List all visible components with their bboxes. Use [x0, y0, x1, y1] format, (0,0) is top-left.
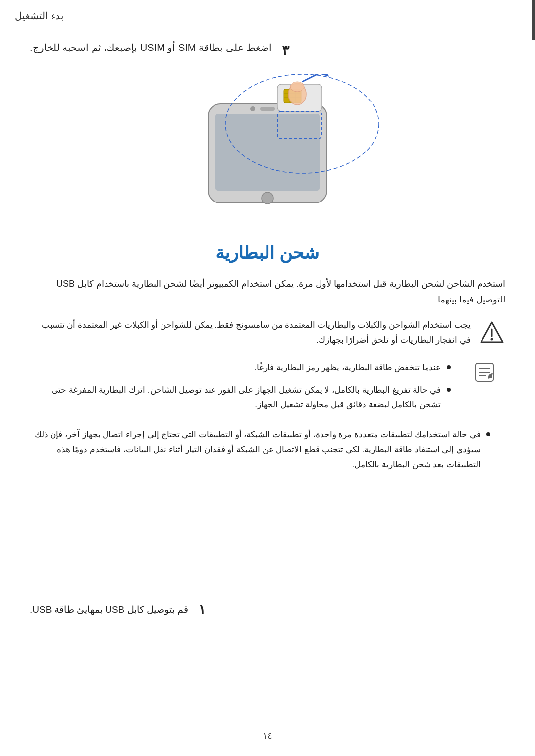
page-number: ١٤ [263, 730, 272, 741]
device-image-area [139, 72, 396, 225]
charging-section: شحن البطارية استخدم الشاحن لشحن البطارية… [30, 243, 505, 483]
step1-text: قم بتوصيل كابل USB بمهايئ طاقة USB. [30, 603, 188, 617]
svg-rect-4 [260, 107, 275, 111]
svg-marker-24 [488, 373, 493, 379]
charging-title: شحن البطارية [30, 243, 505, 263]
step1-number: ١ [198, 599, 206, 621]
page-container: بدء التشغيل ٣ اضغط على بطاقة SIM أو USIM… [0, 0, 535, 756]
top-border-decoration [532, 0, 535, 40]
header-title: بدء التشغيل [15, 10, 64, 22]
notes-text-area-1: عندما تنخفض طاقة البطارية، يظهر رمز البط… [30, 360, 466, 420]
step3-number: ٣ [282, 40, 289, 62]
bullet-text-1: عندما تنخفض طاقة البطارية، يظهر رمز البط… [30, 360, 441, 376]
bullet-text-3: في حالة استخدامك لتطبيقات متعددة مرة واح… [30, 427, 481, 473]
warning-icon [480, 320, 504, 345]
svg-point-16 [290, 82, 304, 92]
step3-text: اضغط على بطاقة SIM أو USIM بإصبعك، ثم اس… [30, 40, 272, 55]
bullet-dot-2 [447, 388, 451, 392]
svg-point-2 [262, 192, 273, 204]
svg-point-3 [250, 106, 255, 111]
step3-section: ٣ اضغط على بطاقة SIM أو USIM بإصبعك، ثم … [30, 40, 505, 62]
warning-text: يجب استخدام الشواحن والكبلات والبطاريات … [30, 318, 471, 348]
warning-box: يجب استخدام الشواحن والكبلات والبطاريات … [30, 318, 505, 348]
step1-section: ١ قم بتوصيل كابل USB بمهايئ طاقة USB. [30, 599, 505, 621]
note-row-1: عندما تنخفض طاقة البطارية، يظهر رمز البط… [30, 360, 495, 420]
svg-rect-1 [215, 114, 320, 191]
bullet-item-2: في حالة تفريغ البطارية بالكامل، لا يمكن … [30, 383, 466, 413]
bullet-item-1: عندما تنخفض طاقة البطارية، يظهر رمز البط… [30, 360, 466, 376]
svg-point-19 [490, 338, 493, 340]
step3-line: ٣ اضغط على بطاقة SIM أو USIM بإصبعك، ثم … [30, 40, 505, 62]
bullet-dot-3 [486, 432, 490, 436]
note-icon-1 [473, 362, 495, 384]
header-section: بدء التشغيل [15, 10, 520, 22]
step1-line: ١ قم بتوصيل كابل USB بمهايئ طاقة USB. [30, 599, 505, 621]
bullet-item-3: في حالة استخدامك لتطبيقات متعددة مرة واح… [30, 427, 505, 473]
notes-section: عندما تنخفض طاقة البطارية، يظهر رمز البط… [30, 360, 505, 420]
bullet-dot-1 [447, 365, 451, 369]
charging-intro: استخدم الشاحن لشحن البطارية قبل استخدامه… [30, 276, 505, 308]
warning-icon-container [478, 320, 505, 348]
phone-illustration [144, 74, 391, 223]
bullet-text-2: في حالة تفريغ البطارية بالكامل، لا يمكن … [30, 383, 441, 413]
